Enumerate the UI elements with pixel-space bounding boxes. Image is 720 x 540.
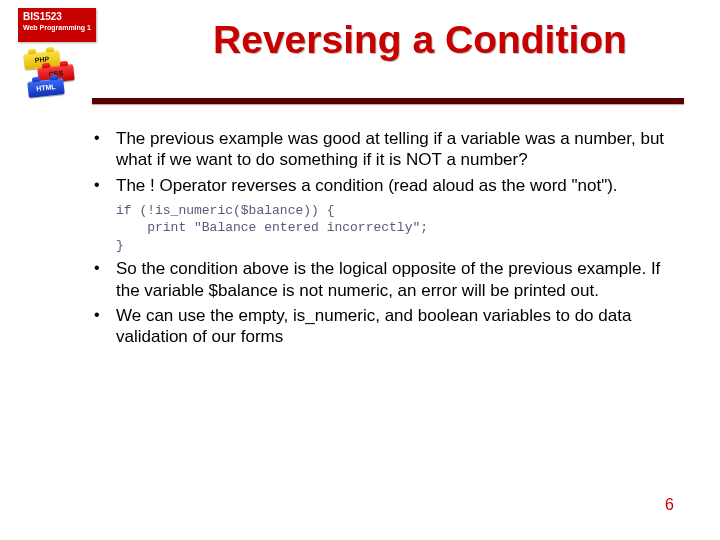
page-number: 6 [665,496,674,514]
title-underline [92,98,684,104]
bullet-3: So the condition above is the logical op… [88,258,686,301]
bullet-4: We can use the empty, is_numeric, and bo… [88,305,686,348]
brick-stack-icon: PHP CSS HTML [22,50,82,100]
slide-title: Reversing a Condition [150,18,690,62]
bullet-2: The ! Operator reverses a condition (rea… [88,175,686,196]
brick-html: HTML [27,78,64,98]
course-name: Web Programming 1 [23,24,91,32]
slide-body: The previous example was good at telling… [88,128,686,351]
code-snippet: if (!is_numeric($balance)) { print "Bala… [116,202,686,255]
course-badge: BIS1523 Web Programming 1 [18,8,96,42]
bullet-1: The previous example was good at telling… [88,128,686,171]
course-code: BIS1523 [23,11,91,22]
